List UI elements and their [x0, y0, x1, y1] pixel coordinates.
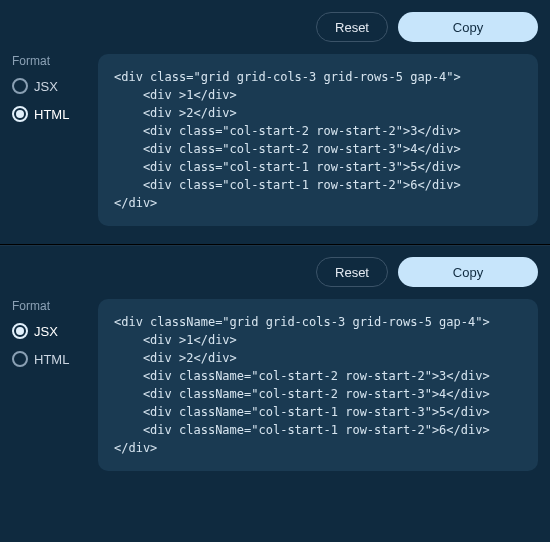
radio-option-html[interactable]: HTML [12, 351, 84, 367]
code-output[interactable]: <div class="grid grid-cols-3 grid-rows-5… [98, 54, 538, 226]
radio-icon [12, 78, 28, 94]
code-panel: Reset Copy Format JSX HTML <div class="g… [0, 0, 550, 244]
copy-button[interactable]: Copy [398, 12, 538, 42]
radio-icon [12, 323, 28, 339]
copy-button[interactable]: Copy [398, 257, 538, 287]
radio-icon [12, 351, 28, 367]
radio-label: HTML [34, 352, 69, 367]
content-row: Format JSX HTML <div className="grid gri… [12, 299, 538, 471]
reset-button[interactable]: Reset [316, 12, 388, 42]
radio-label: JSX [34, 79, 58, 94]
code-panel: Reset Copy Format JSX HTML <div classNam… [0, 244, 550, 489]
radio-icon [12, 106, 28, 122]
format-column: Format JSX HTML [12, 299, 84, 471]
content-row: Format JSX HTML <div class="grid grid-co… [12, 54, 538, 226]
radio-option-jsx[interactable]: JSX [12, 78, 84, 94]
reset-button[interactable]: Reset [316, 257, 388, 287]
format-label: Format [12, 54, 84, 68]
toolbar: Reset Copy [12, 12, 538, 42]
toolbar: Reset Copy [12, 257, 538, 287]
radio-label: JSX [34, 324, 58, 339]
format-label: Format [12, 299, 84, 313]
radio-label: HTML [34, 107, 69, 122]
code-output[interactable]: <div className="grid grid-cols-3 grid-ro… [98, 299, 538, 471]
radio-option-html[interactable]: HTML [12, 106, 84, 122]
radio-option-jsx[interactable]: JSX [12, 323, 84, 339]
format-column: Format JSX HTML [12, 54, 84, 226]
